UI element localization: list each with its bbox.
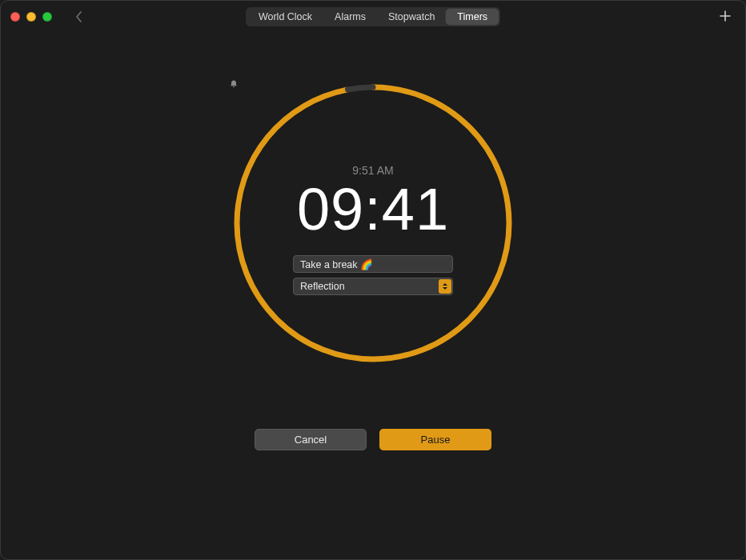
bell-icon bbox=[229, 79, 239, 89]
minimize-window-button[interactable] bbox=[26, 12, 36, 22]
select-stepper-icon bbox=[439, 279, 451, 294]
pause-button[interactable]: Pause bbox=[379, 429, 491, 450]
timer-pane: 9:51 AM 09:41 Take a break 🌈 Reflection … bbox=[1, 33, 745, 559]
chevron-left-icon bbox=[75, 10, 83, 23]
add-timer-button[interactable] bbox=[716, 7, 734, 25]
timer-ring-content: 9:51 AM 09:41 Take a break 🌈 Reflection bbox=[229, 79, 517, 367]
timer-end-time-value: 9:51 AM bbox=[352, 164, 393, 177]
tab-alarms[interactable]: Alarms bbox=[323, 9, 377, 25]
timer-sound-select[interactable]: Reflection bbox=[293, 278, 453, 295]
close-window-button[interactable] bbox=[10, 12, 20, 22]
timer-end-time: 9:51 AM bbox=[352, 164, 393, 177]
view-tabs: World Clock Alarms Stopwatch Timers bbox=[246, 7, 500, 26]
timer-buttons: Cancel Pause bbox=[255, 429, 491, 450]
timer-label-value: Take a break 🌈 bbox=[300, 258, 373, 270]
titlebar: World Clock Alarms Stopwatch Timers bbox=[1, 1, 745, 33]
back-button[interactable] bbox=[71, 9, 87, 25]
cancel-button[interactable]: Cancel bbox=[255, 429, 367, 450]
tab-stopwatch[interactable]: Stopwatch bbox=[377, 9, 446, 25]
fullscreen-window-button[interactable] bbox=[42, 12, 52, 22]
timer-ring: 9:51 AM 09:41 Take a break 🌈 Reflection bbox=[229, 79, 517, 367]
timer-fields: Take a break 🌈 Reflection bbox=[293, 255, 453, 295]
tab-timers[interactable]: Timers bbox=[446, 9, 499, 25]
timer-remaining-time: 09:41 bbox=[297, 180, 449, 239]
plus-icon bbox=[719, 10, 732, 22]
window-controls bbox=[10, 12, 52, 22]
timer-label-input[interactable]: Take a break 🌈 bbox=[293, 255, 453, 273]
tab-world-clock[interactable]: World Clock bbox=[247, 9, 323, 25]
timer-sound-value: Reflection bbox=[300, 281, 345, 292]
